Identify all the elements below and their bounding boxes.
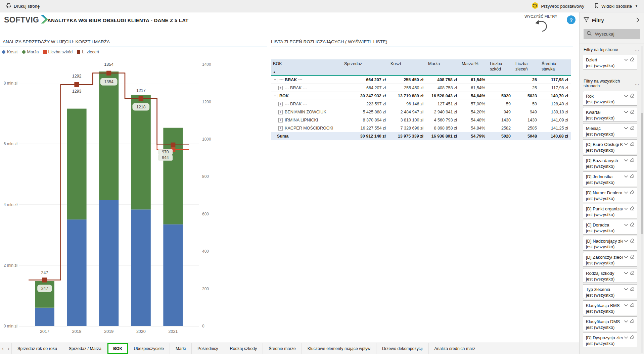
eraser-icon[interactable] [630,57,635,63]
table-row-kacper-mościbrocki[interactable]: +KACPER MOŚCIBROCKI16 227 554 zł7 328 69… [271,124,571,132]
expand-icon[interactable]: + [278,110,283,114]
filter-card-klasyfikacja-bms[interactable]: Klasyfikacja BMSjest (wszystko) [583,300,637,315]
eraser-icon[interactable] [630,173,635,180]
bar-koszt-2019[interactable] [99,200,119,326]
scrollbar-thumb[interactable] [641,113,643,234]
expand-icon[interactable]: + [278,102,283,106]
eraser-icon[interactable] [630,238,635,244]
column-header-bok[interactable]: BOK▲ [271,59,342,75]
clear-filters-button[interactable]: WYCZYŚĆ FILTRY [522,14,559,35]
bar-marza-2019[interactable] [99,71,119,200]
chevron-down-icon[interactable] [624,142,628,147]
eraser-icon[interactable] [630,254,635,260]
filter-card-rodzaj-szkody[interactable]: Rodzaj szkodyjest (wszystko) [583,268,637,283]
tab-drzewo-dekompozycji[interactable]: Drzewo dekompozycji [376,343,429,354]
filter-card-d-zakończył-zlecenie[interactable]: [D] Zakończył zleceniejest (wszystko) [583,252,637,267]
reset-default-button[interactable]: Przywróć podstawowy [532,2,584,10]
filter-card-c-biuro-obsługi-klie[interactable]: [C] Biuro Obsługi Klie...jest (wszystko) [583,139,637,154]
filter-card-typ-zlecenia[interactable]: Typ zleceniajest (wszystko) [583,284,637,299]
bar-marza-2021[interactable] [163,128,183,224]
table-row-brak[interactable]: +--- BRAK ---664 207 zł255 450 zł408 758… [271,84,571,92]
table-row-irmina-lipnicki[interactable]: +IRMINA LIPNICKI8 370 894 zł3 810 100 zł… [271,116,571,124]
marker-l-zleceń-2019[interactable] [106,71,111,75]
filter-card-d-nadzorujący-zlece[interactable]: [D] Nadzorujący zlece...jest (wszystko) [583,236,637,251]
filter-card-c-doradca[interactable]: [C] Doradcajest (wszystko) [583,220,637,235]
eraser-icon[interactable] [630,93,635,99]
tab-bok[interactable]: BOK [107,343,128,354]
bar-koszt-2021[interactable] [163,224,183,326]
tab-analiza-średnich-marż[interactable]: Analiza średnich marż [429,343,481,354]
eraser-icon[interactable] [630,286,635,292]
filter-card-d-baza-danych[interactable]: [D] Baza danychjest (wszystko) [583,155,637,170]
more-options-icon[interactable]: ... [635,81,639,86]
column-header-koszt[interactable]: Koszt [388,59,426,75]
chevron-down-icon[interactable] [624,190,628,195]
column-header-liczba-szkód[interactable]: Liczba szkód [488,59,513,75]
expand-icon[interactable]: + [278,86,283,90]
filter-card-dzień[interactable]: Dzieńjest (wszystko) [583,55,637,69]
bar-koszt-2018[interactable] [67,219,87,326]
marker-l-zleceń-2021[interactable] [171,143,175,147]
legend-item-marża[interactable]: Marża [22,50,39,54]
tab-ubezpieczyciele[interactable]: Ubezpieczyciele [128,343,170,354]
tab-rodzaj-szkody[interactable]: Rodzaj szkody [224,343,263,354]
table-row-bok[interactable]: −BOK30 247 932 zł13 719 889 zł16 528 043… [271,92,571,100]
legend-item-l-zleceń[interactable]: L. zleceń [77,50,99,54]
eraser-icon[interactable] [630,270,635,276]
legend-item-liczba-szkód[interactable]: Liczba szkód [43,50,73,54]
eraser-icon[interactable] [630,141,635,147]
filter-card-d-dyspozycja-zlecenia[interactable]: [D] Dyspozycja zleceniajest (wszystko) [583,333,637,347]
filter-pane-scrollbar[interactable] [641,46,643,353]
chevron-down-icon[interactable] [624,126,628,131]
search-input[interactable] [594,31,636,37]
tab-sprzedaż-rok-do-roku[interactable]: Sprzedaż rok do roku [11,343,63,354]
collapse-icon[interactable]: − [273,94,277,98]
marker-l-zleceń-2017[interactable] [42,277,47,282]
personal-views-button[interactable]: Widoki osobiste ▼ [594,3,638,9]
chevron-down-icon[interactable] [624,206,628,211]
eraser-icon[interactable] [630,206,635,212]
chevron-down-icon[interactable] [624,158,628,163]
filter-card-rok[interactable]: Rokjest (wszystko) [583,91,637,106]
chevron-down-icon[interactable] [624,94,628,99]
chevron-down-icon[interactable] [624,255,628,260]
column-header-średnia-stawka[interactable]: Średnia stawka [540,59,571,75]
table-row-beniamin-żowciuk[interactable]: +BENIAMIN ŻOWCIUK5 425 888 zł2 484 947 z… [271,108,571,116]
tab-pośrednicy[interactable]: Pośrednicy [192,343,224,354]
filter-card-klasyfikacja-dms[interactable]: Klasyfikacja DMSjest (wszystko) [583,316,637,331]
eraser-icon[interactable] [630,335,635,341]
filter-card-kwartał[interactable]: Kwartałjest (wszystko) [583,107,637,122]
filter-card-d-numer-dealera[interactable]: [D] Numer Dealerajest (wszystko) [583,188,637,202]
more-options-icon[interactable]: ... [635,47,639,52]
chevron-down-icon[interactable] [624,222,628,227]
chevron-down-icon[interactable] [624,174,628,179]
column-header-liczba-zleceń[interactable]: Liczba zleceń [513,59,540,75]
help-button[interactable]: ? [567,15,576,24]
eraser-icon[interactable] [630,318,635,324]
filter-search-box[interactable] [584,29,640,39]
expand-icon[interactable]: + [278,118,283,122]
filter-card-d-punkt-organizacyjny[interactable]: [D] Punkt organizacyjnyjest (wszystko) [583,204,637,218]
tab-sprzedaż-marża[interactable]: Sprzedaż / Marża [63,343,107,354]
tab-nav-next[interactable]: › [6,343,11,354]
eraser-icon[interactable] [630,109,635,115]
column-header-marża[interactable]: Marża [426,59,460,75]
collapse-icon[interactable]: − [273,78,277,82]
eraser-icon[interactable] [630,157,635,163]
bar-koszt-2017[interactable] [35,308,54,326]
chevron-down-icon[interactable] [624,239,628,244]
chevron-down-icon[interactable] [624,271,628,276]
chevron-down-icon[interactable] [624,303,628,308]
tab-kluczowe-elementy-mające-wpływ[interactable]: Kluczowe elementy mające wpływ [302,343,376,354]
filter-card-miesiąc[interactable]: Miesiącjest (wszystko) [583,123,637,138]
print-page-button[interactable]: Drukuj stronę [6,3,40,9]
table-row-brak[interactable]: −--- BRAK ---664 207 zł255 450 zł408 758… [271,76,571,84]
bar-marza-2020[interactable] [131,95,151,209]
legend-item-koszt[interactable]: Koszt [2,50,18,54]
eraser-icon[interactable] [630,222,635,228]
chevron-down-icon[interactable] [624,319,628,324]
eraser-icon[interactable] [630,125,635,131]
expand-icon[interactable]: + [278,126,283,131]
column-header-marża[interactable]: Marża % [460,59,488,75]
chevron-down-icon[interactable] [624,57,628,62]
